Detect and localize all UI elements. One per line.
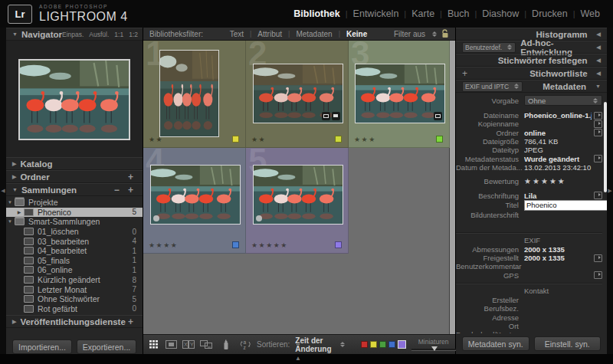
grid-scrollbar[interactable] [449,41,455,334]
cell-photo[interactable] [159,50,219,137]
stichwoerter-festlegen-header[interactable]: Stichwörter festlegen ◀ [456,54,607,67]
navigator-preview[interactable] [6,41,143,157]
metadaten-header[interactable]: EXIF und IPTC Metadaten ▼ [456,80,607,93]
toolbar-color-chip-1[interactable] [370,341,377,348]
sync-settings-button[interactable]: Einstell. syn. [534,336,602,351]
grid-cell-1[interactable]: 1 ★★ [143,41,246,148]
collection-item-03-bearbeiten[interactable]: 03_bearbeiten4 [6,236,143,246]
filter-tab-text[interactable]: Text [230,30,244,38]
color-label-chip[interactable] [436,136,443,143]
thumbnail-size-slider[interactable] [411,346,456,352]
cell-star-rating[interactable]: ★★★ [354,136,376,143]
adhoc-preset-dropdown[interactable]: Benutzerdef. [462,42,516,53]
metadata-action-icon[interactable] [594,129,602,136]
collection-add-remove-buttons[interactable]: − + [114,185,136,195]
metadata-action-icon[interactable] [594,192,602,199]
lock-open-icon[interactable] [441,29,449,38]
grid-cell-3[interactable]: 3 ★★★ [349,41,450,148]
ordner-header[interactable]: ▶ Ordner + [6,170,143,183]
collection-badge-icon[interactable] [153,215,159,221]
module-tab-entwickeln[interactable]: Entwickeln [348,8,405,19]
cell-star-rating[interactable]: ★★ [149,136,163,143]
metadata-preset-dropdown[interactable]: Ohne [524,95,602,106]
add-keyword-button[interactable]: + [462,68,467,79]
navigator-header[interactable]: ▼ Navigator Einpas.Ausfül.1:11:2 [6,28,143,41]
loupe-view-button[interactable] [166,340,177,349]
metadata-action-icon[interactable] [594,271,602,279]
develop-badge-icon[interactable] [332,112,340,120]
color-label-chip[interactable] [335,241,342,248]
right-panel-scrollbar[interactable] [604,102,607,192]
collection-item-01-l-schen[interactable]: 01_löschen0 [6,227,143,237]
toolbar-color-chip-4[interactable] [398,340,406,349]
collection-badge-icon[interactable] [256,215,262,221]
left-panel-collapse[interactable]: ◀ [0,28,6,354]
cell-star-rating[interactable]: ★★★★★ [251,241,288,249]
cell-photo[interactable] [150,165,241,225]
veroeffentlichungsdienste-header[interactable]: ▶ Veröffentlichungsdienste + [6,315,143,328]
filter-preset[interactable]: Filter aus [394,29,449,38]
collection-item-04-bearbeitet[interactable]: 04_bearbeitet1 [6,246,143,256]
color-label-chip[interactable] [232,136,239,143]
import-button[interactable]: Importieren... [12,339,72,354]
module-tab-diashow[interactable]: Diashow [477,8,524,19]
filter-tab-keine[interactable]: Keine [346,30,367,38]
navigator-zoom-option[interactable]: Ausfül. [89,31,109,38]
painter-spray-can-icon[interactable] [223,339,229,350]
module-tab-web[interactable]: Web [575,8,605,19]
metadata-action-icon[interactable] [594,120,602,128]
cell-star-rating[interactable]: ★★ [251,136,266,143]
navigator-zoom-option[interactable]: 1:2 [129,31,138,38]
color-label-chip[interactable] [232,241,239,248]
right-panel-collapse[interactable]: ▶ [607,28,613,354]
grid-cell-5[interactable]: 5 ★★★★★ [246,148,349,254]
sammlungen-header[interactable]: ▼ Sammlungen − + [6,183,143,196]
sort-direction-icon[interactable]: az [240,339,251,349]
color-label-chip[interactable] [335,136,342,143]
katalog-header[interactable]: ▶ Katalog [6,157,143,170]
compare-view-button[interactable]: XY [182,340,195,349]
metadata-action-icon[interactable] [594,112,602,120]
cell-star-rating[interactable]: ★★★★ [149,241,178,249]
metadata-action-icon[interactable] [594,155,602,162]
toolbar-color-chip-3[interactable] [388,341,395,348]
module-tab-bibliothek[interactable]: Bibliothek [288,8,345,19]
grid-cell-4[interactable]: 4 ★★★★ [143,148,246,254]
adhoc-entwicklung-header[interactable]: Benutzerdef. Ad-hoc-Entwicklung ◀ [456,41,607,54]
sync-metadata-button[interactable]: Metadaten syn. [462,336,529,351]
crop-badge-icon[interactable] [434,112,442,120]
module-tab-karte[interactable]: Karte [406,8,440,19]
add-folder-button[interactable]: + [128,172,136,182]
title-input[interactable] [524,200,607,211]
metadata-view-dropdown[interactable]: EXIF und IPTC [462,81,523,92]
cell-photo[interactable] [253,165,343,225]
filter-tab-metadaten[interactable]: Metadaten [296,30,332,38]
toolbar-color-chip-0[interactable] [361,341,368,348]
navigator-zoom-option[interactable]: Einpas. [62,31,84,38]
sort-criteria-dropdown[interactable]: Zeit der Änderung [295,336,331,353]
add-publish-service-button[interactable]: + [128,316,136,327]
grid-cell-2[interactable]: 2 ★★ [246,41,349,148]
cell-photo[interactable] [253,64,343,123]
module-tab-buch[interactable]: Buch [442,8,475,19]
crop-badge-icon[interactable] [322,112,330,120]
filmstrip-collapse[interactable]: ▲ [0,354,613,364]
cell-photo[interactable] [355,64,445,123]
collection-item-smart-sammlungen[interactable]: ▼Smart-Sammlungen [6,217,143,227]
module-tab-drucken[interactable]: Drucken [526,8,573,19]
collection-item-05-finals[interactable]: 05_finals1 [6,256,143,266]
collection-item-06-online[interactable]: 06_online1 [6,265,143,275]
grid-view-button[interactable] [149,340,160,349]
survey-view-button[interactable] [200,340,212,349]
toolbar-color-chip-2[interactable] [379,341,386,348]
collection-item-phoenico[interactable]: ▶Phoenico5 [6,208,143,218]
collection-item-projekte[interactable]: ▼Projekte [6,198,143,208]
collection-item-letzter-monat[interactable]: Letzter Monat7 [6,284,143,294]
export-button[interactable]: Exportieren... [77,339,136,354]
navigator-zoom-option[interactable]: 1:1 [114,31,123,38]
collection-item-rot-gef-rbt[interactable]: Rot gefärbt0 [6,304,143,314]
rating-stars[interactable]: ★★★★★ [524,177,566,185]
collection-item-ohne-stichw-rter[interactable]: Ohne Stichwörter5 [6,294,143,304]
stichwortliste-header[interactable]: + Stichwortliste ◀ [456,67,607,80]
collection-item-k-rzlich-ge-ndert[interactable]: Kürzlich geändert8 [6,275,143,285]
